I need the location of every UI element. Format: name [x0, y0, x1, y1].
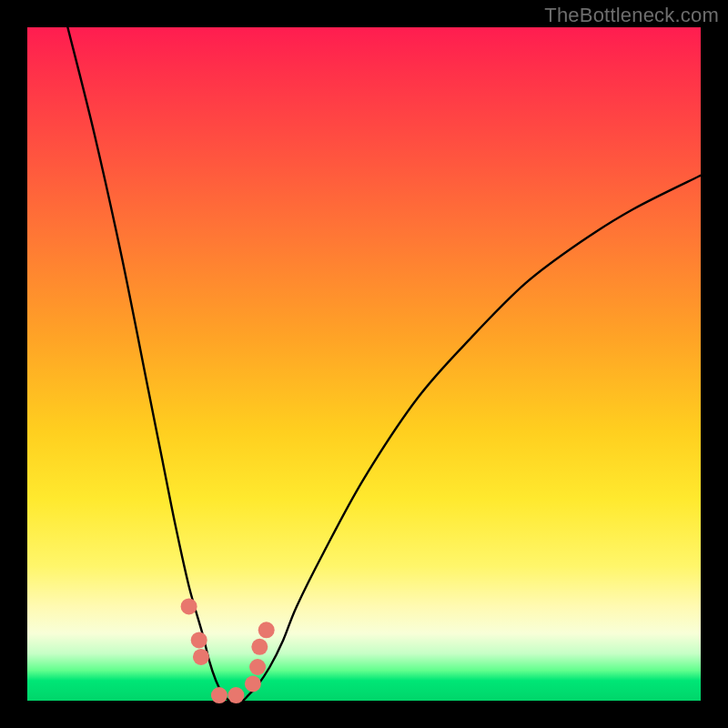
- highlight-dot: [245, 676, 261, 693]
- highlight-dot: [249, 659, 266, 675]
- bottleneck-curve: [67, 27, 701, 702]
- highlight-dot: [193, 649, 209, 665]
- highlight-dot: [211, 687, 228, 703]
- highlight-dot: [228, 687, 244, 703]
- chart-svg: [27, 27, 701, 701]
- highlight-dot: [191, 632, 207, 648]
- chart-frame: TheBottleneck.com: [0, 0, 728, 728]
- highlight-dot: [258, 622, 275, 638]
- watermark-text: TheBottleneck.com: [544, 4, 719, 27]
- highlight-dot: [181, 598, 197, 614]
- highlight-dot: [251, 639, 268, 655]
- highlight-dots: [181, 598, 275, 703]
